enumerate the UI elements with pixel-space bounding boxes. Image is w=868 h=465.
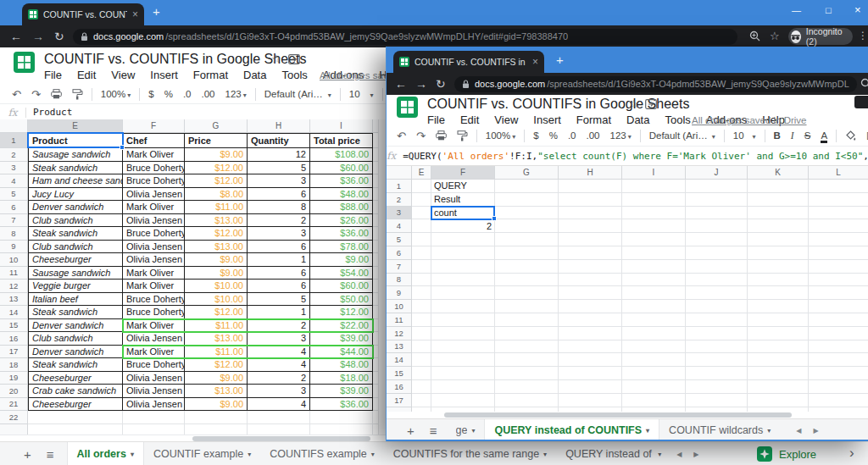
cell-E7[interactable] xyxy=(412,260,431,274)
front-nav-forward-icon[interactable]: → xyxy=(415,77,427,91)
cell-H6[interactable]: 8 xyxy=(248,201,310,214)
row-header-8[interactable]: 8 xyxy=(387,274,412,287)
cell-J2[interactable] xyxy=(686,193,748,207)
cell-H19[interactable]: 2 xyxy=(248,372,310,385)
formula-input[interactable]: Product xyxy=(33,107,72,118)
cell-E12[interactable]: Veggie burger xyxy=(28,280,123,293)
sheet-tab[interactable]: ge▾ xyxy=(447,419,485,441)
cell-K1[interactable] xyxy=(748,180,809,193)
row-header-14[interactable]: 14 xyxy=(387,353,412,367)
cell-E15[interactable] xyxy=(412,367,431,380)
cell-I2[interactable] xyxy=(622,193,686,207)
cell-E23[interactable] xyxy=(28,424,123,435)
cell-J1[interactable] xyxy=(686,180,748,193)
cell-G15[interactable]: $11.00 xyxy=(185,319,248,333)
cell-H20[interactable]: 3 xyxy=(248,385,310,398)
cell-F23[interactable] xyxy=(123,424,185,435)
cell-F7[interactable] xyxy=(431,260,495,274)
cell-H12[interactable]: 6 xyxy=(248,280,310,293)
cell-L9[interactable] xyxy=(809,286,868,300)
cell-I9[interactable]: $78.00 xyxy=(310,241,373,254)
cell-L2[interactable] xyxy=(809,193,868,207)
cell-J4[interactable] xyxy=(686,219,748,233)
row-header-16[interactable]: 16 xyxy=(0,332,28,346)
cell-I13[interactable] xyxy=(622,340,686,354)
row-header-6[interactable]: 6 xyxy=(387,246,412,260)
side-panel-chevron-icon[interactable]: › xyxy=(849,445,854,462)
cell-K12[interactable] xyxy=(748,327,809,340)
cell-E1[interactable] xyxy=(412,180,431,193)
add-sheet-button[interactable]: + xyxy=(0,447,39,462)
cell-E8[interactable]: Steak sandwich xyxy=(28,227,123,241)
cell-F15[interactable]: Mark Oliver xyxy=(123,319,185,333)
scrollbar-thumb[interactable] xyxy=(444,412,792,418)
row-header-23[interactable] xyxy=(0,424,28,435)
cell-H8[interactable]: 3 xyxy=(248,227,310,241)
cell-E17[interactable] xyxy=(412,394,431,407)
cell-G14[interactable]: $12.00 xyxy=(185,306,248,319)
cell-H13[interactable] xyxy=(559,340,622,354)
cell-F5[interactable] xyxy=(431,233,495,246)
cell-K7[interactable] xyxy=(748,260,809,274)
cell-L3[interactable] xyxy=(809,207,868,220)
cell-G7[interactable]: $13.00 xyxy=(185,214,248,228)
zoom-page-icon[interactable] xyxy=(860,78,868,89)
menu-item-edit[interactable]: Edit xyxy=(70,69,103,81)
cell-I14[interactable]: $12.00 xyxy=(310,306,373,319)
cell-J12[interactable] xyxy=(686,327,748,340)
cell-I6[interactable]: $88.00 xyxy=(310,201,373,214)
cell-F2[interactable]: Mark Oliver xyxy=(123,148,185,162)
window-close-button[interactable]: × xyxy=(854,4,861,15)
back-browser-tab[interactable]: COUNTIF vs. COUNTIFS in Googl × xyxy=(22,3,144,25)
cell-I19[interactable]: $18.00 xyxy=(310,372,373,385)
cell-F9[interactable]: Olivia Jensen xyxy=(123,241,185,254)
cell-L7[interactable] xyxy=(809,260,868,274)
decrease-decimals-button[interactable]: .0 xyxy=(178,89,197,99)
column-header-I[interactable]: I xyxy=(310,119,373,133)
row-header-20[interactable]: 20 xyxy=(0,385,28,398)
fill-handle[interactable] xyxy=(120,145,125,150)
sheet-tab[interactable]: COUNTIFS for the same range▾ xyxy=(384,442,556,465)
cell-F21[interactable]: Olivia Jensen xyxy=(123,398,185,412)
row-header-10[interactable]: 10 xyxy=(387,300,412,313)
row-header-19[interactable]: 19 xyxy=(0,372,28,385)
cell-F12[interactable]: Mark Oliver xyxy=(123,280,185,293)
sheet-tab-caret-icon[interactable]: ▾ xyxy=(371,451,375,458)
cell-F14[interactable]: Bruce Doherty xyxy=(123,306,185,319)
back-nav-reload-icon[interactable]: ↻ xyxy=(54,30,64,43)
cell-H3[interactable] xyxy=(559,207,622,220)
cell-H3[interactable]: 5 xyxy=(248,162,310,175)
cell-E4[interactable]: Ham and cheese sandwich xyxy=(28,174,123,188)
sheet-scroll-left-icon[interactable]: ◀ xyxy=(670,451,687,458)
cell-J17[interactable] xyxy=(686,394,748,407)
cell-F2[interactable]: Result xyxy=(431,193,495,207)
cell-E16[interactable]: Club sandwich xyxy=(28,332,123,346)
cell-F4[interactable]: 2 xyxy=(431,219,495,233)
cell-F12[interactable] xyxy=(431,327,495,340)
cell-E13[interactable]: Italian beef xyxy=(28,293,123,307)
cell-E11[interactable]: Sausage sandwich xyxy=(28,267,123,280)
cell-G1[interactable]: Price xyxy=(185,133,248,148)
back-nav-forward-icon[interactable]: → xyxy=(32,30,44,43)
cell-E17[interactable]: Denver sandwich xyxy=(28,346,123,359)
menu-item-data[interactable]: Data xyxy=(619,113,657,126)
cell-K8[interactable] xyxy=(748,274,809,287)
cell-L14[interactable] xyxy=(809,353,868,367)
cell-L11[interactable] xyxy=(809,313,868,327)
cell-G6[interactable] xyxy=(495,246,559,260)
cell-F16[interactable]: Olivia Jensen xyxy=(123,332,185,346)
menu-item-file[interactable]: File xyxy=(36,69,70,81)
cell-G6[interactable]: $11.00 xyxy=(185,201,248,214)
column-header-H[interactable]: H xyxy=(248,119,310,133)
sheet-tab-caret-icon[interactable]: ▾ xyxy=(248,451,251,458)
cell-I1[interactable]: Total price xyxy=(310,133,373,148)
sheet-tab[interactable]: All orders▾ xyxy=(67,442,144,465)
format-currency-button[interactable]: $ xyxy=(143,89,159,99)
cell-J6[interactable] xyxy=(686,246,748,260)
row-header-2[interactable]: 2 xyxy=(387,193,412,207)
cell-L4[interactable] xyxy=(809,219,868,233)
cell-F9[interactable] xyxy=(431,286,495,300)
increase-decimals-button[interactable]: .00 xyxy=(196,89,220,99)
font-select[interactable]: Default (Ari…▾ xyxy=(644,130,721,141)
row-header-22[interactable]: 22 xyxy=(0,411,28,424)
